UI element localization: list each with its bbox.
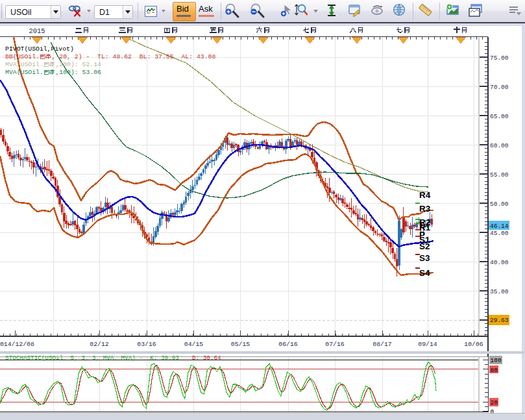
- svg-text:20: 20: [491, 399, 498, 406]
- svg-text:02/12: 02/12: [90, 341, 109, 348]
- svg-text:05/15: 05/15: [231, 341, 250, 348]
- svg-text:07/16: 07/16: [325, 341, 345, 348]
- svg-text:08/17: 08/17: [372, 341, 392, 348]
- svg-text:40.00: 40.00: [490, 259, 509, 266]
- svg-text:60.00: 60.00: [490, 142, 509, 149]
- svg-text:10/06: 10/06: [464, 341, 483, 348]
- svg-text:S4: S4: [419, 268, 430, 278]
- svg-text:80: 80: [491, 367, 498, 374]
- svg-text:BB(USOil.: BB(USOil.: [5, 53, 40, 60]
- svg-text:2015: 2015: [29, 27, 45, 35]
- svg-text:75.00: 75.00: [490, 55, 509, 62]
- svg-text:55.00: 55.00: [490, 171, 509, 179]
- svg-text:,100): 53.06: ,100): 53.06: [55, 69, 101, 76]
- svg-text:S3: S3: [419, 253, 430, 263]
- svg-text:70.00: 70.00: [490, 84, 509, 91]
- svg-text:65.00: 65.00: [490, 113, 509, 120]
- svg-text:46.14: 46.14: [490, 223, 509, 230]
- svg-text:100: 100: [491, 357, 502, 364]
- svg-text:50.00: 50.00: [490, 201, 509, 208]
- svg-text:STOCHASTIC(USOil, 5, 3, 3, MVA: STOCHASTIC(USOil, 5, 3, 3, MVA, MVA) - K…: [5, 354, 179, 362]
- svg-text:D: 30.64: D: 30.64: [192, 354, 221, 362]
- svg-text:MVA(USOil.: MVA(USOil.: [5, 69, 43, 76]
- svg-text:04/15: 04/15: [184, 341, 204, 348]
- svg-text:S2: S2: [419, 241, 430, 251]
- svg-text:MVA(USOil.: MVA(USOil.: [5, 61, 43, 68]
- svg-text:, 20, 2) - TL: 48.62 BL: 37.: , 20, 2) - TL: 48.62 BL: 37.55 AL: 43.08: [52, 53, 216, 60]
- svg-text:,200): 52.14: ,200): 52.14: [55, 61, 101, 68]
- svg-text:09/14: 09/14: [418, 341, 437, 348]
- svg-text:2014/12/08: 2014/12/08: [0, 341, 34, 348]
- svg-text:R3: R3: [419, 204, 431, 214]
- svg-text:03/16: 03/16: [137, 341, 156, 348]
- svg-text:R4: R4: [419, 190, 431, 200]
- svg-text:06/16: 06/16: [278, 341, 298, 348]
- svg-text:45.00: 45.00: [490, 230, 509, 237]
- svg-text:PIVOT(USOil,Pivot): PIVOT(USOil,Pivot): [5, 45, 74, 53]
- svg-text:35.00: 35.00: [490, 288, 509, 295]
- svg-text:29.63: 29.63: [490, 317, 509, 324]
